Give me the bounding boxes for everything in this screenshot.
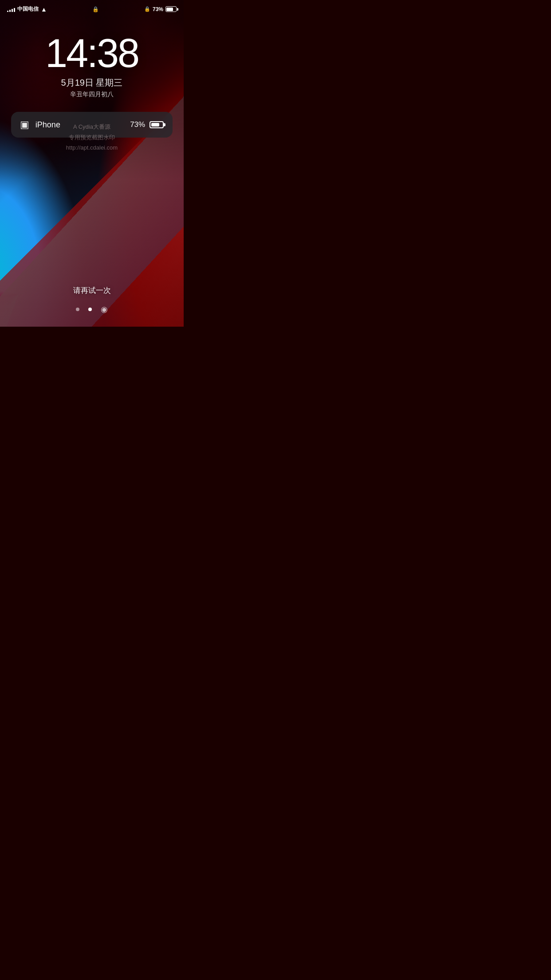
bottom-dots: ◉ <box>76 304 108 314</box>
dot-1 <box>76 308 79 311</box>
clock-section: 14:38 5月19日 星期三 辛丑年四月初八 <box>45 33 138 99</box>
status-center: 🔒 <box>92 6 99 12</box>
battery-icon <box>165 6 177 12</box>
widget-device-name: iPhone <box>35 120 60 130</box>
carrier-name: 中国电信 <box>17 5 39 13</box>
widget-left: ▣ iPhone <box>20 119 60 130</box>
phone-device-icon: ▣ <box>20 119 29 130</box>
status-left: 中国电信 ▲ <box>7 5 47 13</box>
status-bar: 中国电信 ▲ 🔒 🔒 73% <box>0 0 184 16</box>
wifi-icon: ▲ <box>41 6 47 13</box>
battery-widget: ▣ iPhone 73% <box>11 112 173 138</box>
signal-bar-4 <box>14 8 15 12</box>
signal-strength-icon <box>7 7 15 12</box>
lock-icon: 🔒 <box>92 6 99 12</box>
clock-time: 14:38 <box>45 33 138 73</box>
widget-battery-icon <box>150 121 164 128</box>
signal-bar-1 <box>7 11 8 12</box>
battery-fill-bar <box>166 8 173 11</box>
screen-content: 中国电信 ▲ 🔒 🔒 73% 14:38 5月19日 星期三 辛丑年四月初八 ▣… <box>0 0 184 327</box>
signal-bar-2 <box>9 10 11 12</box>
signal-bar-3 <box>12 9 13 12</box>
widget-right: 73% <box>130 120 164 129</box>
dot-2-active <box>88 308 92 311</box>
bottom-section: 请再试一次 ◉ <box>0 285 184 327</box>
widget-battery-percentage: 73% <box>130 120 145 129</box>
battery-percentage-text: 73% <box>153 6 163 12</box>
retry-text: 请再试一次 <box>73 285 111 296</box>
clock-date: 5月19日 星期三 <box>45 77 138 89</box>
status-right: 🔒 73% <box>144 6 177 12</box>
rotation-lock-icon: 🔒 <box>144 6 150 12</box>
clock-lunar: 辛丑年四月初八 <box>45 91 138 99</box>
camera-icon[interactable]: ◉ <box>101 304 108 314</box>
widget-battery-fill <box>151 123 159 126</box>
